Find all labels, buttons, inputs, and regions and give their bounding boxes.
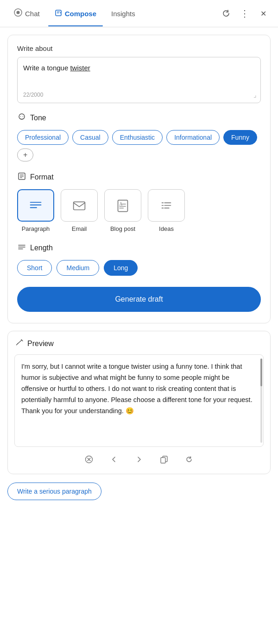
preview-actions	[8, 447, 270, 474]
preview-text-box: I'm sorry, but I cannot write a tongue t…	[14, 354, 264, 447]
format-email[interactable]: Email	[61, 189, 98, 232]
format-email-icon-box	[61, 189, 98, 222]
length-buttons: Short Medium Long	[17, 260, 261, 276]
format-paragraph-icon-box	[17, 189, 54, 222]
generate-draft-button[interactable]: Generate draft	[17, 287, 261, 312]
format-paragraph[interactable]: Paragraph	[17, 189, 54, 232]
length-long[interactable]: Long	[104, 260, 138, 276]
tab-chat-label: Chat	[25, 10, 40, 18]
tab-insights-label: Insights	[111, 10, 135, 18]
tone-header: Tone	[17, 112, 261, 124]
svg-line-30	[18, 340, 22, 344]
format-blog-post[interactable]: A Blog post	[104, 189, 141, 232]
preview-scrollbar-thumb	[260, 359, 262, 386]
tab-insights[interactable]: Insights	[105, 6, 142, 21]
tone-icon	[17, 112, 26, 124]
preview-forward-button[interactable]	[131, 452, 147, 467]
resize-handle: ⌟	[253, 90, 257, 100]
chat-icon	[14, 8, 22, 19]
svg-rect-15	[74, 202, 85, 210]
textarea-content: Write a tongue twister	[23, 63, 255, 74]
format-grid: Paragraph Email	[17, 189, 261, 232]
write-about-textarea[interactable]: Write a tongue twister 22/2000 ⌟	[17, 57, 261, 103]
more-button[interactable]: ⋮	[237, 6, 252, 21]
length-label: Length	[30, 244, 53, 252]
format-ideas[interactable]: Ideas	[148, 189, 185, 232]
preview-icon	[15, 339, 24, 349]
char-count: 22/2000	[23, 91, 43, 99]
svg-rect-35	[161, 458, 165, 463]
write-suggestion-button[interactable]: Write a serious paragraph	[7, 483, 101, 500]
refresh-button[interactable]	[219, 6, 234, 21]
main-content: Write about Write a tongue twister 22/20…	[0, 27, 278, 644]
write-about-label: Write about	[17, 44, 261, 52]
format-header: Format	[17, 172, 261, 183]
header: Chat Compose Insights	[0, 0, 278, 27]
length-header: Length	[17, 242, 261, 254]
preview-scrollbar[interactable]	[260, 359, 262, 443]
tone-professional[interactable]: Professional	[17, 130, 69, 145]
tone-add-button[interactable]: +	[17, 149, 33, 161]
preview-header: Preview	[8, 339, 270, 354]
format-blog-post-icon-box: A	[104, 189, 141, 222]
tone-buttons: Professional Casual Enthusiastic Informa…	[17, 130, 261, 161]
close-icon: ✕	[260, 9, 266, 18]
close-button[interactable]: ✕	[256, 6, 271, 21]
window: Chat Compose Insights	[0, 0, 278, 644]
svg-point-1	[17, 11, 20, 14]
preview-cancel-button[interactable]	[81, 452, 97, 467]
more-icon: ⋮	[240, 8, 250, 19]
format-icon	[17, 172, 26, 183]
length-icon	[17, 242, 26, 254]
preview-card: Preview I'm sorry, but I cannot write a …	[7, 331, 271, 474]
compose-icon	[55, 9, 62, 18]
tone-funny[interactable]: Funny	[223, 130, 257, 145]
tab-compose[interactable]: Compose	[48, 6, 103, 22]
tone-informational[interactable]: Informational	[166, 130, 220, 145]
length-section: Length Short Medium Long	[17, 242, 261, 276]
format-section: Format Paragraph	[17, 172, 261, 232]
format-ideas-label: Ideas	[159, 225, 174, 232]
format-blog-post-label: Blog post	[110, 225, 135, 232]
preview-refresh-button[interactable]	[181, 452, 197, 467]
svg-point-5	[19, 114, 25, 119]
format-label: Format	[30, 173, 54, 181]
tab-compose-label: Compose	[65, 10, 96, 18]
tone-casual[interactable]: Casual	[72, 130, 108, 145]
preview-label: Preview	[27, 340, 54, 348]
tone-label: Tone	[30, 114, 46, 122]
format-email-label: Email	[72, 225, 87, 232]
format-paragraph-label: Paragraph	[22, 225, 50, 232]
svg-point-6	[20, 116, 21, 117]
header-icons: ⋮ ✕	[219, 6, 271, 21]
svg-point-7	[23, 116, 24, 117]
preview-back-button[interactable]	[106, 452, 122, 467]
length-short[interactable]: Short	[17, 260, 52, 276]
tab-chat[interactable]: Chat	[7, 5, 46, 22]
write-suggestion-container: Write a serious paragraph	[7, 481, 271, 508]
preview-copy-button[interactable]	[156, 452, 172, 467]
preview-content: I'm sorry, but I cannot write a tongue t…	[21, 363, 253, 415]
tone-enthusiastic[interactable]: Enthusiastic	[112, 130, 163, 145]
format-ideas-icon-box	[148, 189, 185, 222]
tone-section: Tone Professional Casual Enthusiastic In…	[17, 112, 261, 161]
compose-card: Write about Write a tongue twister 22/20…	[7, 35, 271, 323]
length-medium[interactable]: Medium	[57, 260, 99, 276]
